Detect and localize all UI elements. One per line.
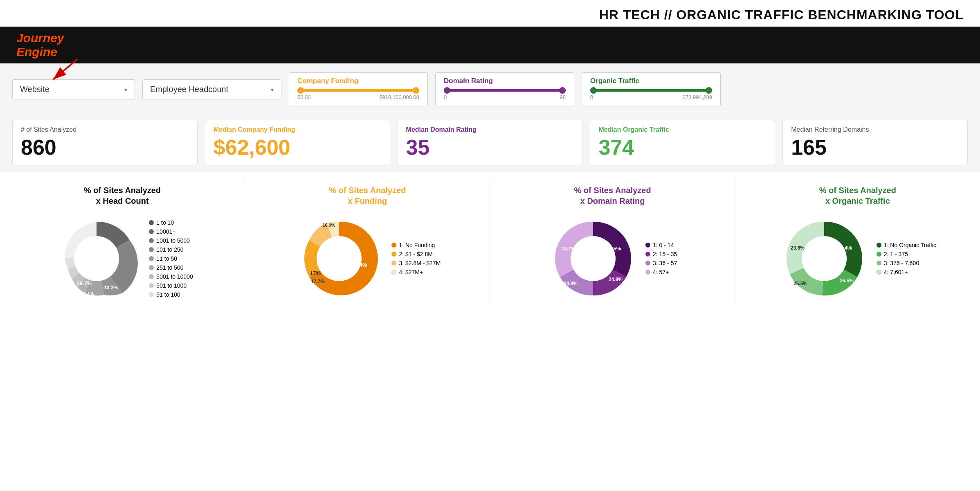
legend-dot [645, 261, 650, 266]
legend-dot [391, 243, 396, 248]
median-traffic-label: Median Organic Traffic [598, 126, 765, 133]
domain-slider-track[interactable] [444, 89, 566, 92]
median-funding-value: $62,600 [214, 136, 380, 159]
legend-dot [391, 270, 396, 275]
median-funding-label: Median Company Funding [214, 126, 380, 133]
legend-dot [877, 261, 881, 266]
legend-item: 11 to 50 [149, 255, 193, 262]
median-domain-card: Median Domain Rating 35 [398, 120, 583, 165]
svg-text:10.3%: 10.3% [104, 285, 118, 291]
headcount-label: Employee Headcount [150, 85, 228, 94]
legend-dot [149, 238, 154, 243]
traffic-slider-track[interactable] [590, 89, 712, 92]
legend-item: 1: No Funding [391, 242, 441, 248]
svg-text:24.9%: 24.9% [609, 277, 623, 282]
headcount-donut-area: 34% 29.7% 10.3% 11.1% 1 to 10 10001+ 100… [4, 214, 241, 304]
traffic-donut-area: 24.4% 26.5% 25.5% 23.6% 1: No Organic Tr… [739, 214, 976, 304]
website-label: Website [20, 85, 49, 94]
median-referring-card: Median Referring Domains 165 [782, 120, 968, 165]
funding-filter-label: Company Funding [297, 77, 419, 85]
logo: Journey Engine [16, 31, 64, 59]
legend-dot [877, 270, 881, 275]
legend-item: 1: 0 - 14 [645, 242, 677, 248]
domain-chart-title: % of Sites Analyzed x Domain Rating [574, 185, 651, 206]
legend-dot [645, 270, 650, 275]
legend-item: 10001+ [149, 228, 193, 235]
traffic-filter: Organic Traffic 0 273,994,289 [582, 72, 721, 106]
traffic-filter-label: Organic Traffic [590, 77, 712, 85]
svg-point-2 [74, 236, 119, 281]
legend-dot [149, 247, 154, 252]
funding-slider-max-dot[interactable] [413, 87, 419, 94]
svg-text:29.7%: 29.7% [77, 280, 92, 286]
legend-dot [149, 256, 154, 261]
page-title: HR TECH // ORGANIC TRAFFIC BENCHMARKING … [0, 0, 980, 27]
funding-legend: 1: No Funding 2: $1 - $2.8M 3: $2.8M - $… [391, 242, 441, 275]
legend-item: 2: 15 - 35 [645, 251, 677, 257]
legend-dot [391, 261, 396, 266]
legend-item: 4: 57+ [645, 269, 677, 275]
legend-dot [645, 252, 650, 257]
legend-dot [149, 274, 154, 279]
legend-item: 1 to 10 [149, 219, 193, 226]
median-traffic-card: Median Organic Traffic 374 [590, 120, 775, 165]
website-dropdown[interactable]: Website ▾ [12, 79, 135, 99]
svg-text:25.5%: 25.5% [793, 281, 807, 286]
website-arrow: ▾ [124, 86, 127, 93]
svg-text:34%: 34% [107, 248, 117, 254]
svg-text:24.4%: 24.4% [837, 245, 852, 251]
traffic-max: 273,994,289 [683, 94, 712, 100]
legend-item: 3: 36 - 57 [645, 260, 677, 266]
funding-chart: % of Sites Analyzed x Funding 48.4% 17% … [245, 178, 490, 308]
traffic-slider-min-dot[interactable] [590, 87, 597, 94]
funding-filter: Company Funding $0.00 $910,100,000.00 [289, 72, 428, 106]
legend-item: 1: No Organic Traffic [877, 242, 936, 248]
svg-text:16.9%: 16.9% [323, 223, 335, 227]
domain-rating-chart: % of Sites Analyzed x Domain Rating 25.5… [490, 178, 735, 308]
median-referring-label: Median Referring Domains [791, 126, 958, 133]
svg-text:48.4%: 48.4% [352, 262, 367, 268]
legend-item: 501 to 1000 [149, 282, 193, 289]
median-referring-value: 165 [791, 136, 958, 159]
legend-dot [877, 252, 881, 257]
domain-donut-svg: 25.5% 24.9% 24.9% 24.7% [548, 214, 638, 304]
legend-item: 2: 1 - 375 [877, 251, 936, 257]
legend-dot [391, 252, 396, 257]
median-domain-label: Median Domain Rating [406, 126, 573, 133]
funding-donut-svg: 48.4% 17% 17.7% 16.9% [294, 214, 384, 304]
legend-item: 2: $1 - $2.8M [391, 251, 441, 257]
svg-text:17.7%: 17.7% [311, 279, 325, 284]
charts-row: % of Sites Analyzed x Head Count [0, 172, 980, 314]
funding-slider-range: $0.00 $910,100,000.00 [297, 94, 419, 100]
headcount-dropdown[interactable]: Employee Headcount ▾ [142, 79, 281, 99]
svg-text:11.1%: 11.1% [81, 291, 94, 296]
legend-item: 4: $27M+ [391, 269, 441, 275]
median-traffic-value: 374 [598, 136, 765, 159]
traffic-slider-max-dot[interactable] [706, 87, 712, 94]
funding-slider-track[interactable] [297, 89, 419, 92]
traffic-chart-title: % of Sites Analyzed x Organic Traffic [819, 185, 896, 206]
headcount-chart: % of Sites Analyzed x Head Count [0, 178, 245, 308]
domain-slider-max-dot[interactable] [559, 87, 566, 94]
headcount-donut-svg: 34% 29.7% 10.3% 11.1% [52, 214, 142, 304]
headcount-legend: 1 to 10 10001+ 1001 to 5000 101 to 250 1… [149, 219, 193, 298]
legend-dot [149, 265, 154, 270]
legend-item: 1001 to 5000 [149, 237, 193, 244]
domain-legend: 1: 0 - 14 2: 15 - 35 3: 36 - 57 4: 57+ [645, 242, 677, 275]
legend-item: 5001 to 10000 [149, 273, 193, 280]
legend-dot [877, 243, 881, 248]
sites-analyzed-card: # of Sites Analyzed 860 [12, 120, 198, 165]
funding-max: $910,100,000.00 [379, 94, 419, 100]
domain-slider-min-dot[interactable] [444, 87, 450, 94]
svg-point-17 [802, 236, 847, 281]
funding-slider-min-dot[interactable] [297, 87, 304, 94]
headcount-arrow: ▾ [271, 86, 274, 93]
domain-filter: Domain Rating 0 98 [435, 72, 574, 106]
svg-text:26.5%: 26.5% [840, 278, 854, 284]
stats-row: # of Sites Analyzed 860 Median Company F… [0, 113, 980, 172]
sites-analyzed-label: # of Sites Analyzed [21, 126, 187, 133]
median-domain-value: 35 [406, 136, 573, 159]
legend-dot [149, 283, 154, 288]
svg-point-7 [317, 236, 362, 281]
svg-text:17%: 17% [310, 270, 321, 276]
